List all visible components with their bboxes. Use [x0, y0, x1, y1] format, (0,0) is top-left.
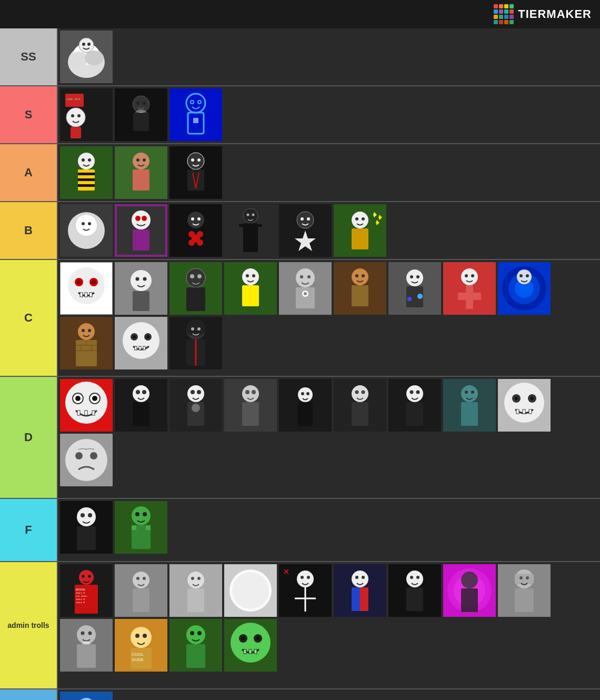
svg-rect-74 — [256, 224, 262, 227]
svg-point-56 — [135, 216, 141, 221]
item-admin-11[interactable]: COOL DUDE — [115, 619, 167, 672]
item-admin-7[interactable] — [388, 564, 441, 617]
item-d-2[interactable] — [115, 379, 167, 432]
item-d-10[interactable] — [60, 434, 113, 486]
item-a-1[interactable] — [60, 146, 113, 199]
item-c-2[interactable] — [115, 262, 167, 315]
svg-rect-210 — [406, 402, 423, 426]
tier-items-a — [58, 144, 600, 201]
item-c-1[interactable] — [60, 262, 113, 315]
svg-rect-162 — [135, 346, 137, 350]
item-admin-9[interactable] — [498, 564, 551, 617]
svg-point-309 — [190, 631, 194, 635]
tiermaker-logo: TiERMAKER — [494, 4, 592, 24]
item-b-3[interactable] — [169, 204, 222, 257]
item-admin-4[interactable] — [224, 564, 277, 617]
item-admin-8[interactable] — [443, 564, 496, 617]
svg-rect-299 — [77, 644, 96, 668]
svg-text:COOL: COOL — [132, 652, 144, 657]
item-admin-10[interactable] — [60, 619, 113, 672]
item-s-1[interactable]: code text — [60, 88, 113, 141]
item-d-3[interactable] — [169, 379, 222, 432]
svg-point-302 — [135, 634, 139, 638]
svg-rect-125 — [352, 285, 368, 306]
svg-point-106 — [197, 274, 202, 278]
item-c-8[interactable] — [443, 262, 496, 315]
svg-point-203 — [355, 391, 359, 394]
svg-point-161 — [146, 335, 149, 338]
item-admin-13[interactable] — [224, 619, 277, 672]
item-a-2[interactable] — [115, 146, 167, 199]
item-c-5[interactable] — [279, 262, 332, 315]
svg-point-110 — [246, 274, 249, 277]
svg-rect-319 — [249, 649, 252, 654]
svg-point-160 — [133, 335, 136, 338]
item-ss-1[interactable] — [60, 31, 113, 83]
item-d-5[interactable] — [279, 379, 332, 432]
tier-row-c: C — [0, 260, 600, 377]
svg-point-77 — [301, 217, 304, 221]
item-d-8[interactable] — [443, 379, 496, 432]
item-c-3[interactable] — [169, 262, 222, 315]
svg-point-62 — [197, 217, 201, 221]
svg-point-122 — [352, 268, 368, 285]
item-water-1[interactable] — [60, 692, 113, 700]
svg-point-39 — [143, 158, 146, 162]
item-admin-6[interactable] — [334, 564, 386, 617]
svg-point-61 — [191, 217, 194, 221]
svg-point-221 — [531, 397, 534, 400]
svg-point-253 — [136, 577, 139, 580]
item-c-4[interactable] — [224, 262, 277, 315]
svg-rect-164 — [143, 346, 145, 350]
item-b-2[interactable] — [115, 204, 167, 257]
item-b-5[interactable] — [279, 204, 332, 257]
svg-point-109 — [242, 268, 259, 285]
item-a-3[interactable] — [169, 146, 222, 199]
item-f-2[interactable] — [115, 501, 167, 554]
item-b-4[interactable] — [224, 204, 277, 257]
svg-point-187 — [191, 390, 195, 394]
item-c-12[interactable] — [169, 317, 222, 369]
tier-items-b — [58, 202, 600, 259]
item-c-9[interactable] — [498, 262, 551, 315]
item-c-7[interactable] — [388, 262, 441, 315]
svg-rect-179 — [92, 411, 95, 415]
svg-point-64 — [188, 231, 195, 237]
svg-point-317 — [256, 637, 259, 640]
svg-point-94 — [92, 280, 96, 284]
item-c-10[interactable] — [60, 317, 113, 369]
svg-text:ore Jeans: ore Jeans — [76, 595, 87, 597]
item-admin-1[interactable]: BRIDGE Jeans N ore Jeans Jeans N Jeans N — [60, 564, 113, 617]
svg-point-101 — [143, 277, 147, 281]
item-d-4[interactable] — [224, 379, 277, 432]
item-d-7[interactable] — [388, 379, 441, 432]
item-admin-3[interactable] — [169, 564, 222, 617]
svg-point-117 — [307, 275, 311, 278]
item-c-6[interactable] — [334, 262, 386, 315]
item-s-2[interactable] — [115, 88, 167, 141]
svg-rect-73 — [239, 224, 245, 227]
item-d-1[interactable] — [60, 379, 113, 432]
svg-point-280 — [410, 576, 413, 579]
item-d-6[interactable] — [334, 379, 386, 432]
svg-rect-311 — [186, 644, 205, 668]
item-admin-12[interactable] — [169, 619, 222, 672]
item-s-3[interactable] — [169, 88, 222, 141]
svg-point-124 — [362, 274, 365, 277]
svg-rect-107 — [186, 287, 205, 311]
item-admin-2[interactable] — [115, 564, 167, 617]
svg-point-237 — [143, 512, 147, 516]
item-d-9[interactable] — [498, 379, 551, 432]
svg-point-5 — [79, 38, 94, 53]
svg-rect-240 — [146, 525, 151, 530]
svg-point-199 — [306, 392, 309, 395]
svg-rect-95 — [80, 293, 83, 297]
item-b-6[interactable] — [334, 204, 386, 257]
svg-point-55 — [132, 211, 151, 229]
item-c-11[interactable] — [115, 317, 167, 369]
item-f-1[interactable] — [60, 501, 113, 554]
svg-rect-287 — [461, 588, 478, 612]
item-b-1[interactable] — [60, 204, 113, 257]
item-admin-5[interactable] — [279, 564, 332, 617]
svg-point-99 — [131, 270, 152, 291]
